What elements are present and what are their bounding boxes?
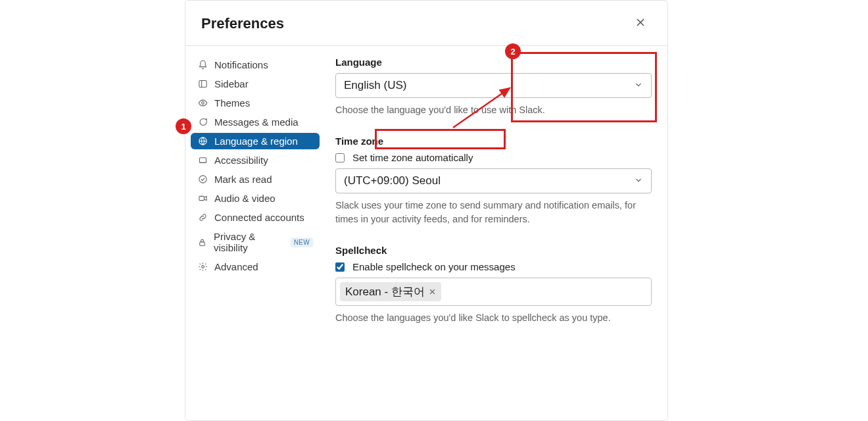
gear-icon (197, 262, 208, 272)
sidebar-item-label: Messages & media (214, 116, 299, 128)
content-panel: Language English (US) Choose the languag… (325, 46, 667, 421)
language-select[interactable]: English (US) (335, 73, 652, 98)
sidebar-item-notifications[interactable]: Notifications (191, 57, 320, 73)
page-title: Preferences (201, 15, 284, 32)
sidebar-item-language-region[interactable]: Language & region (191, 133, 320, 149)
annotation-badge-1: 1 (176, 118, 191, 134)
svg-rect-6 (199, 158, 206, 163)
preferences-modal: Preferences Notifications Sidebar (185, 0, 668, 421)
sidebar-item-advanced[interactable]: Advanced (191, 259, 320, 275)
chip-remove-icon[interactable] (429, 287, 436, 297)
bell-icon (197, 60, 208, 70)
chat-icon (197, 117, 208, 128)
sidebar-item-label: Themes (214, 97, 250, 109)
svg-rect-9 (199, 196, 204, 200)
spellcheck-help: Choose the languages you'd like Slack to… (335, 311, 652, 325)
sidebar-item-connected-accounts[interactable]: Connected accounts (191, 209, 320, 226)
sidebar-item-messages-media[interactable]: Messages & media (191, 114, 320, 130)
language-section: Language English (US) Choose the languag… (335, 57, 652, 117)
sidebar-item-label: Sidebar (214, 78, 249, 89)
globe-icon (197, 136, 208, 147)
chip-label: Korean - 한국어 (345, 284, 425, 299)
sidebar-item-label: Advanced (214, 261, 258, 272)
sidebar-item-label: Privacy & visibility (214, 231, 283, 253)
check-circle-icon (197, 174, 208, 185)
spellcheck-section: Spellcheck Enable spellcheck on your mes… (335, 245, 652, 325)
sidebar-item-label: Mark as read (214, 174, 272, 185)
language-label: Language (335, 57, 652, 68)
spellcheck-enable-row[interactable]: Enable spellcheck on your messages (335, 261, 652, 272)
sidebar-item-audio-video[interactable]: Audio & video (191, 190, 320, 207)
video-icon (197, 193, 208, 204)
new-badge: NEW (291, 237, 313, 247)
sidebar-item-label: Notifications (214, 59, 268, 70)
svg-point-4 (201, 102, 204, 105)
modal-body: Notifications Sidebar Themes Messages & … (185, 46, 667, 421)
timezone-auto-row[interactable]: Set time zone automatically (335, 152, 652, 163)
sidebar: Notifications Sidebar Themes Messages & … (185, 46, 325, 421)
sidebar-item-label: Audio & video (214, 193, 276, 204)
svg-point-11 (201, 266, 204, 268)
chevron-down-icon (634, 80, 643, 91)
link-icon (197, 212, 208, 223)
svg-rect-2 (199, 81, 206, 87)
annotation-badge-2: 2 (505, 43, 521, 59)
timezone-select-value: (UTC+09:00) Seoul (344, 174, 441, 187)
sidebar-item-sidebar[interactable]: Sidebar (191, 76, 320, 92)
spellcheck-label: Spellcheck (335, 245, 652, 256)
spellcheck-languages-input[interactable]: Korean - 한국어 (335, 278, 652, 306)
sidebar-item-mark-as-read[interactable]: Mark as read (191, 171, 320, 187)
chevron-down-icon (634, 176, 643, 187)
svg-rect-10 (200, 241, 205, 245)
timezone-auto-label: Set time zone automatically (352, 152, 473, 163)
svg-point-8 (199, 176, 206, 183)
eye-icon (197, 98, 208, 109)
spellcheck-language-chip: Korean - 한국어 (340, 282, 441, 301)
timezone-auto-checkbox[interactable] (335, 153, 345, 162)
sidebar-item-label: Connected accounts (214, 212, 304, 223)
modal-header: Preferences (185, 1, 667, 46)
close-button[interactable] (629, 12, 652, 35)
timezone-section: Time zone Set time zone automatically (U… (335, 136, 652, 226)
language-help: Choose the language you'd like to use wi… (335, 103, 652, 117)
spellcheck-enable-label: Enable spellcheck on your messages (352, 261, 516, 272)
accessibility-icon (197, 155, 208, 166)
sidebar-item-label: Accessibility (214, 155, 268, 166)
sidebar-item-privacy-visibility[interactable]: Privacy & visibility NEW (191, 228, 320, 256)
sidebar-item-accessibility[interactable]: Accessibility (191, 152, 320, 168)
sidebar-item-label: Language & region (214, 136, 298, 147)
lock-icon (197, 237, 207, 247)
sidebar-item-themes[interactable]: Themes (191, 95, 320, 111)
timezone-label: Time zone (335, 136, 652, 147)
close-icon (635, 17, 646, 30)
spellcheck-enable-checkbox[interactable] (335, 262, 345, 272)
timezone-help: Slack uses your time zone to send summar… (335, 199, 652, 226)
timezone-select[interactable]: (UTC+09:00) Seoul (335, 168, 652, 193)
layout-sidebar-icon (197, 79, 208, 89)
language-select-value: English (US) (344, 79, 406, 92)
